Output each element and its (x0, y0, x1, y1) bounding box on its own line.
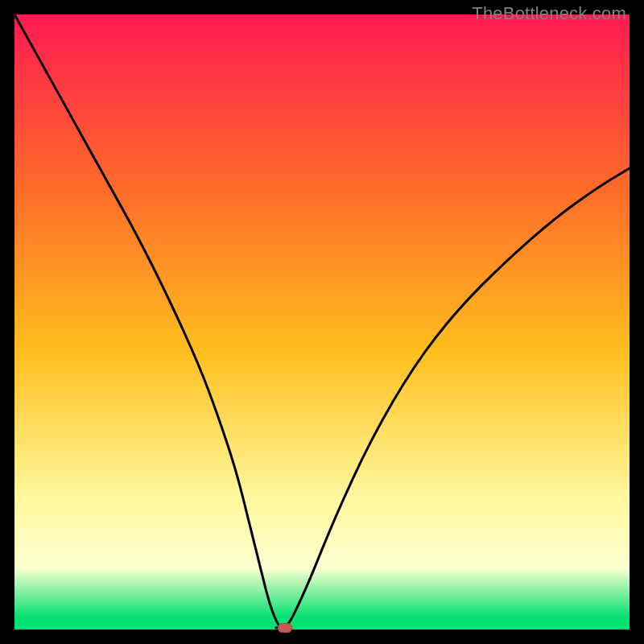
watermark-text: TheBottleneck.com (472, 3, 626, 24)
optimal-point-marker (278, 623, 292, 633)
chart-frame (14, 14, 630, 630)
bottleneck-curve (14, 14, 630, 630)
